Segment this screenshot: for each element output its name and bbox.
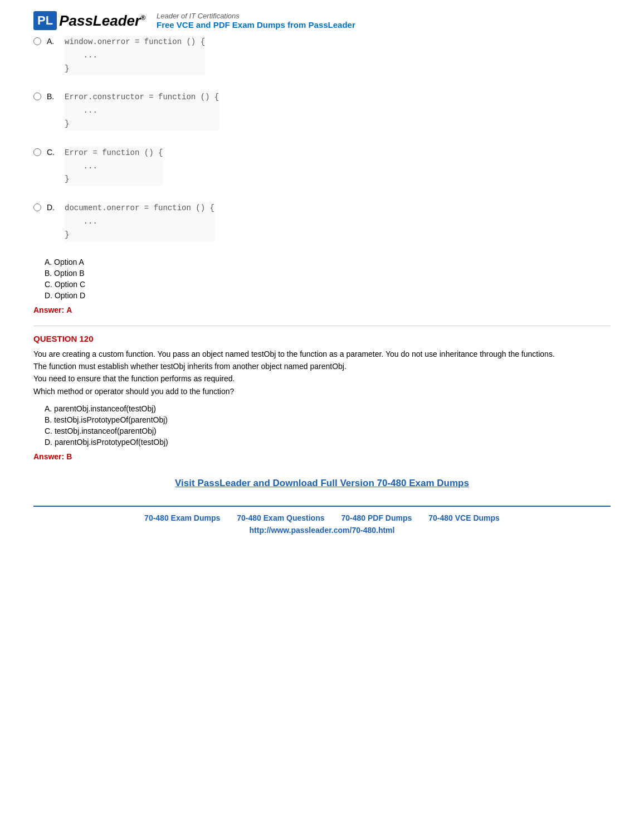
question-120-heading: QUESTION 120 (33, 334, 611, 343)
code-a-line3: } (65, 62, 205, 76)
text-option-d: D. Option D (45, 291, 611, 300)
code-block-a: window.onerror = function () { ... } (65, 36, 205, 75)
answer-120-label: Answer: (33, 452, 64, 461)
answer-119-label: Answer: (33, 306, 64, 314)
footer-links: 70-480 Exam Dumps 70-480 Exam Questions … (33, 513, 611, 522)
footer-link-pdf[interactable]: 70-480 PDF Dumps (341, 513, 412, 522)
radio-c[interactable] (33, 148, 41, 156)
code-options-section: A. window.onerror = function () { ... } … (33, 36, 611, 242)
q120-option-c: C. testObj.instanceof(parentObj) (45, 426, 611, 435)
code-d-line3: } (65, 229, 214, 242)
q120-option-b: B. testObj.isPrototypeOf(parentObj) (45, 415, 611, 424)
q120-option-d: D. parentObj.isPrototypeOf(testObj) (45, 438, 611, 447)
text-options-section: A. Option A B. Option B C. Option C D. O… (45, 258, 611, 300)
code-b-line2: ... (65, 104, 219, 118)
code-c-line2: ... (65, 160, 163, 173)
code-a-line2: ... (65, 49, 205, 62)
option-d-row: D. document.onerror = function () { ... … (33, 202, 611, 241)
code-c-line3: } (65, 173, 163, 186)
option-c-row: C. Error = function () { ... } (33, 147, 611, 186)
divider-1 (33, 326, 611, 326)
option-a-row: A. window.onerror = function () { ... } (33, 36, 611, 75)
leader-text: Leader of IT Certifications (157, 12, 355, 20)
code-d-line2: ... (65, 215, 214, 229)
question-120-body: You are creating a custom function. You … (33, 348, 611, 398)
option-c-letter: C. (47, 148, 57, 157)
footer-link-dumps[interactable]: 70-480 Exam Dumps (144, 513, 220, 522)
code-b-line1: Error.constructor = function () { (65, 91, 219, 104)
logo-registered: ® (140, 14, 145, 22)
footer-url[interactable]: http://www.passleader.com/70-480.html (33, 526, 611, 535)
q120-line4: Which method or operator should you add … (33, 387, 234, 396)
code-d-line1: document.onerror = function () { (65, 202, 214, 215)
radio-d[interactable] (33, 203, 41, 211)
q120-line3: You need to ensure that the function per… (33, 374, 235, 383)
code-block-b: Error.constructor = function () { ... } (65, 91, 219, 130)
answer-120-value: B (66, 452, 72, 461)
bottom-footer: 70-480 Exam Dumps 70-480 Exam Questions … (33, 506, 611, 535)
text-option-a: A. Option A (45, 258, 611, 266)
visit-link-text[interactable]: Visit PassLeader and Download Full Versi… (175, 478, 469, 488)
option-d-letter: D. (47, 203, 57, 212)
header: PL PassLeader® Leader of IT Certificatio… (33, 11, 611, 30)
logo-passleader: PassLeader® (59, 12, 145, 30)
code-block-c: Error = function () { ... } (65, 147, 163, 186)
text-option-c: C. Option C (45, 280, 611, 289)
code-a-line1: window.onerror = function () { (65, 36, 205, 49)
header-right: Leader of IT Certifications Free VCE and… (157, 12, 355, 30)
code-b-line3: } (65, 118, 219, 131)
answer-119-value: A (66, 306, 72, 314)
q120-line1: You are creating a custom function. You … (33, 350, 555, 358)
q120-text-options: A. parentObj.instanceof(testObj) B. test… (45, 404, 611, 447)
free-vce-text: Free VCE and PDF Exam Dumps from PassLea… (157, 20, 355, 30)
footer-url-text[interactable]: http://www.passleader.com/70-480.html (250, 526, 395, 535)
option-b-letter: B. (47, 92, 57, 101)
radio-b[interactable] (33, 93, 41, 100)
logo-pass-text: Pass (59, 12, 93, 29)
logo-box: PL PassLeader® (33, 11, 145, 30)
visit-link-section[interactable]: Visit PassLeader and Download Full Versi… (33, 478, 611, 489)
option-a-letter: A. (47, 37, 57, 46)
q120-line2: The function must establish whether test… (33, 362, 347, 371)
code-block-d: document.onerror = function () { ... } (65, 202, 214, 241)
radio-a[interactable] (33, 37, 41, 45)
footer-link-vce[interactable]: 70-480 VCE Dumps (428, 513, 500, 522)
logo-pl: PL (33, 11, 57, 30)
logo-leader-text: Leader (93, 12, 140, 29)
answer-119: Answer: A (33, 306, 611, 314)
page-container: PL PassLeader® Leader of IT Certificatio… (0, 0, 644, 557)
option-b-row: B. Error.constructor = function () { ...… (33, 91, 611, 130)
footer-link-questions[interactable]: 70-480 Exam Questions (237, 513, 324, 522)
answer-120: Answer: B (33, 452, 611, 461)
text-option-b: B. Option B (45, 269, 611, 278)
code-c-line1: Error = function () { (65, 147, 163, 160)
q120-option-a: A. parentObj.instanceof(testObj) (45, 404, 611, 413)
